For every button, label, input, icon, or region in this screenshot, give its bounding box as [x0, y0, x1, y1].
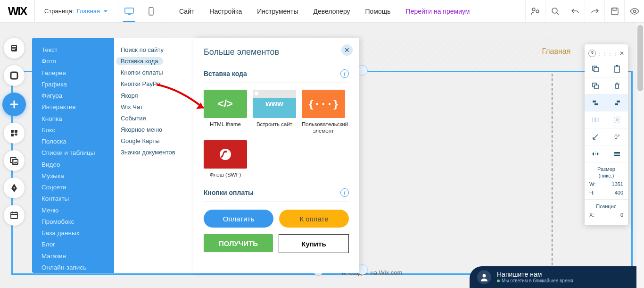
close-button[interactable]: ✕: [341, 44, 353, 56]
sub-pay-buttons[interactable]: Кнопки оплаты: [114, 67, 193, 78]
menu-dev[interactable]: Девелоперу: [306, 8, 358, 15]
notch-handle[interactable]: [298, 0, 346, 4]
cat-strip[interactable]: Полоска: [32, 136, 114, 147]
drag-grip-icon[interactable]: ⋮⋮⋮⋮: [597, 51, 618, 56]
cat-music[interactable]: Музыка: [32, 170, 114, 182]
sub-events[interactable]: События: [114, 113, 193, 124]
sub-search[interactable]: Поиск по сайту: [114, 44, 193, 56]
mobile-tab[interactable]: [140, 0, 162, 22]
info-icon[interactable]: i: [340, 188, 349, 197]
distribute-h-icon[interactable]: [585, 111, 606, 128]
btn-buy[interactable]: Купить: [279, 234, 349, 253]
svg-rect-16: [11, 134, 14, 136]
info-icon[interactable]: i: [340, 69, 349, 78]
btn-get[interactable]: ПОЛУЧИТЬ: [204, 234, 273, 252]
tile-embed-site[interactable]: www Встроить сайт: [253, 90, 296, 135]
menu-site[interactable]: Сайт: [172, 8, 202, 15]
rail-pages[interactable]: [4, 38, 25, 59]
add-categories: Текст Фото Галерея Графика Фигура Интера…: [32, 38, 114, 273]
flip-v-icon[interactable]: [606, 145, 628, 162]
flip-h-icon[interactable]: [585, 145, 606, 162]
rail-add[interactable]: [2, 93, 26, 116]
cat-booking[interactable]: Онлайн-запись: [32, 262, 114, 273]
copy-icon[interactable]: [585, 60, 606, 77]
x-value[interactable]: 0: [620, 212, 623, 218]
cat-video[interactable]: Видео: [32, 159, 114, 170]
sub-paypal[interactable]: Кнопки PayPal: [114, 78, 193, 90]
rail-bookings[interactable]: [4, 205, 25, 226]
cat-interactive[interactable]: Интерактив: [32, 102, 114, 113]
wix-logo[interactable]: WIX: [0, 0, 35, 22]
search-icon[interactable]: [545, 0, 565, 22]
sub-anchors[interactable]: Якоря: [114, 90, 193, 102]
cat-graphic[interactable]: Графика: [32, 79, 114, 90]
svg-rect-12: [12, 49, 15, 50]
cat-box[interactable]: Бокс: [32, 125, 114, 136]
position-section: Позиция X:0: [585, 199, 628, 221]
undo-icon[interactable]: [565, 0, 585, 22]
desktop-tab[interactable]: [118, 0, 140, 22]
scrollbar-thumb[interactable]: [637, 25, 643, 91]
duplicate-icon[interactable]: [585, 77, 606, 94]
rail-media[interactable]: [4, 150, 25, 171]
cat-button[interactable]: Кнопка: [32, 113, 114, 125]
menu-help[interactable]: Помощь: [358, 8, 398, 15]
nav-home[interactable]: Главная: [542, 47, 570, 56]
w-value[interactable]: 1351: [612, 181, 623, 187]
close-icon[interactable]: ✕: [619, 50, 624, 57]
inspector-panel[interactable]: ? ⋮⋮⋮⋮ ✕ 0° Размер (пикс.) W:1351 H:400 …: [585, 44, 628, 225]
h-value[interactable]: 400: [615, 190, 623, 195]
sub-embed-code[interactable]: Вставка кода: [114, 56, 193, 67]
sub-anchor-menu[interactable]: Якорное меню: [114, 124, 193, 136]
mobile-icon: [149, 7, 154, 16]
preview-icon[interactable]: [624, 0, 644, 22]
rail-background[interactable]: [4, 65, 25, 86]
cat-store[interactable]: Магазин: [32, 251, 114, 262]
rotation-value[interactable]: 0°: [606, 128, 628, 145]
tile-custom-element[interactable]: {···} Пользовательский элемент: [302, 90, 345, 135]
btn-pay[interactable]: Оплатить: [204, 210, 273, 228]
menu-settings[interactable]: Настройка: [202, 8, 249, 15]
cat-contact[interactable]: Контакты: [32, 193, 114, 204]
cat-text[interactable]: Текст: [32, 44, 114, 56]
chat-widget[interactable]: Напишите нам Мы ответим в ближайшее врем…: [470, 266, 644, 288]
cat-shape[interactable]: Фигура: [32, 90, 114, 102]
collab-icon[interactable]: [525, 0, 545, 22]
cat-db[interactable]: База данных: [32, 228, 114, 239]
vertical-guide: [552, 74, 553, 275]
svg-rect-25: [615, 66, 619, 72]
rail-blog[interactable]: [4, 178, 25, 198]
page-switcher[interactable]: Страница: Главная: [35, 0, 118, 22]
sub-wixchat[interactable]: Wix Чат: [114, 102, 193, 113]
align-left-icon[interactable]: [585, 94, 606, 111]
help-icon[interactable]: ?: [588, 50, 596, 57]
sub-gmaps[interactable]: Google Карты: [114, 136, 193, 147]
menu-tools[interactable]: Инструменты: [249, 8, 305, 15]
scrollbar[interactable]: [636, 23, 644, 288]
cat-blog[interactable]: Блог: [32, 239, 114, 250]
svg-point-36: [483, 274, 486, 278]
cat-social[interactable]: Соцсети: [32, 182, 114, 193]
delete-icon[interactable]: [606, 77, 628, 94]
match-size-icon[interactable]: [606, 111, 628, 128]
menu-upgrade[interactable]: Перейти на премиум: [398, 8, 478, 15]
tile-html-iframe[interactable]: </> HTML iframe: [204, 90, 247, 135]
rail-apps[interactable]: [4, 123, 25, 144]
cat-gallery[interactable]: Галерея: [32, 68, 114, 79]
cat-promo[interactable]: Промобокс: [32, 216, 114, 228]
cat-photo[interactable]: Фото: [32, 56, 114, 67]
rotate-icon[interactable]: [585, 128, 606, 145]
cat-menu[interactable]: Меню: [32, 205, 114, 216]
add-panel: Больше элементов ✕ Вставка кода i </> HT…: [193, 38, 359, 273]
cat-lists[interactable]: Списки и таблицы: [32, 147, 114, 159]
svg-rect-30: [594, 103, 598, 105]
section-embed-head: Вставка кода i: [204, 69, 349, 83]
align-right-icon[interactable]: [606, 94, 628, 111]
paste-icon[interactable]: [606, 60, 628, 77]
svg-rect-33: [594, 118, 596, 122]
sub-doc-icons[interactable]: Значки документов: [114, 147, 193, 158]
redo-icon[interactable]: [585, 0, 604, 22]
save-icon[interactable]: [604, 0, 624, 22]
tile-flash[interactable]: Флэш (SWF): [204, 140, 247, 178]
btn-checkout[interactable]: К оплате: [279, 210, 349, 228]
